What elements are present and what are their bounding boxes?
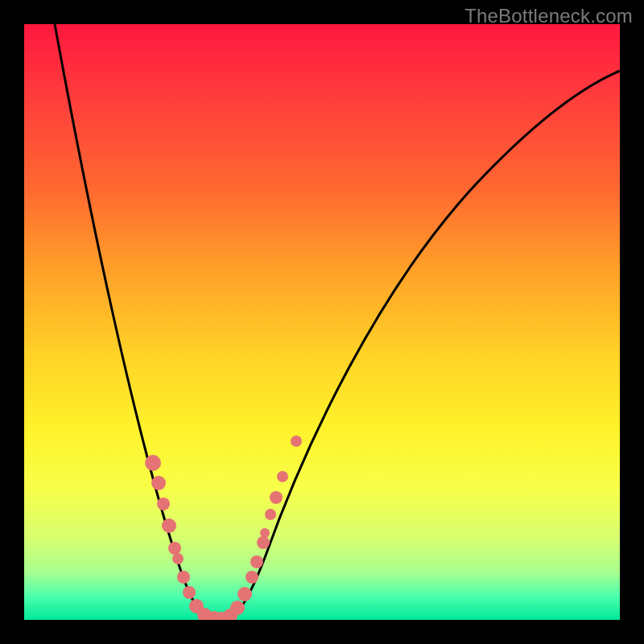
data-point [168, 542, 181, 555]
data-point [257, 536, 270, 549]
data-point [291, 436, 302, 447]
chart-frame: TheBottleneck.com [0, 0, 644, 644]
data-point [277, 471, 288, 482]
data-point [172, 553, 184, 564]
watermark-text: TheBottleneck.com [464, 5, 633, 27]
data-point [157, 497, 170, 510]
data-point [177, 571, 190, 584]
data-point [162, 518, 176, 533]
curve-right-branch [225, 71, 620, 620]
data-point [145, 455, 161, 471]
data-point [151, 476, 166, 490]
data-point [260, 528, 270, 538]
plot-area [24, 24, 620, 620]
data-point [265, 509, 276, 520]
curve-left-branch [55, 24, 211, 620]
data-point [230, 601, 245, 615]
data-point [246, 571, 258, 584]
data-point [237, 587, 252, 601]
data-point [183, 586, 196, 599]
chart-svg [24, 24, 620, 620]
data-point [250, 555, 263, 568]
data-point [270, 491, 283, 504]
